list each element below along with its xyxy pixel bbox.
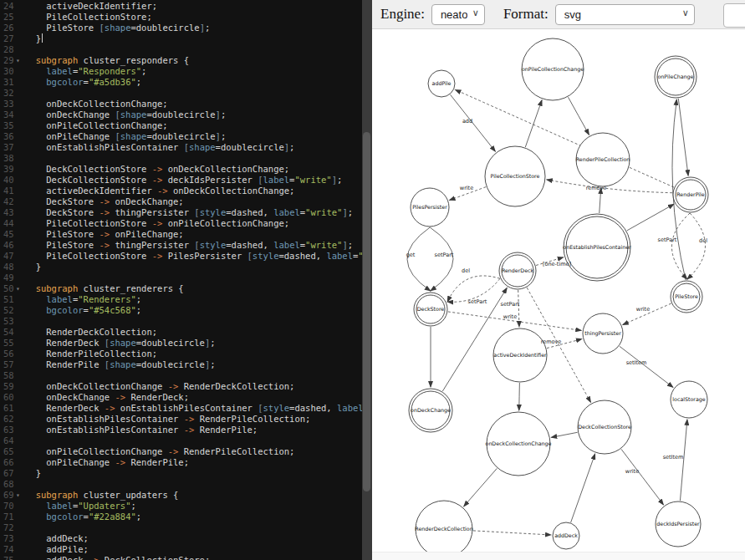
engine-select[interactable]: neato bbox=[431, 4, 485, 25]
code-line[interactable]: 34 onDeckChange [shape=doublecircle]; bbox=[0, 109, 362, 120]
format-select[interactable]: svg bbox=[555, 4, 695, 25]
code-line[interactable]: 65 onPileCollectionChange -> RenderPileC… bbox=[0, 446, 362, 457]
code-line[interactable]: 72 bbox=[0, 522, 362, 533]
code-line[interactable]: 48 } bbox=[0, 262, 362, 272]
code-line[interactable]: 25 PileCollectionStore; bbox=[0, 12, 362, 23]
code-line[interactable]: 49 bbox=[0, 272, 362, 283]
code-line[interactable]: 71 bgcolor="#22a884"; bbox=[0, 512, 362, 522]
line-number: 52 bbox=[0, 305, 25, 316]
code-line[interactable]: 66 onPileChange -> RenderPile; bbox=[0, 457, 362, 468]
graph-edge-labels: addwritesetItemsetItemgetsetPartwritewri… bbox=[406, 118, 708, 475]
code-line[interactable]: 47 PileCollectionStore -> PilesPersister… bbox=[0, 251, 362, 262]
code-line[interactable]: 35 onPileCollectionChange; bbox=[0, 120, 362, 131]
code-line[interactable]: 31 bgcolor="#a5db36"; bbox=[0, 77, 362, 88]
code-text: label="Responders"; bbox=[25, 66, 362, 77]
code-line[interactable]: 28 bbox=[0, 44, 362, 55]
edge-label: setPart bbox=[501, 301, 520, 308]
code-text: RenderPileCollection; bbox=[25, 349, 362, 359]
graph-node-PileStore: PileStore bbox=[671, 281, 702, 313]
code-line[interactable]: 41 activeDeckIdentifier -> onDeckCollect… bbox=[0, 186, 362, 196]
line-number: 45 bbox=[0, 229, 25, 240]
code-text: onPileCollectionChange -> RenderPileColl… bbox=[25, 446, 362, 457]
code-line[interactable]: 40 DeckCollectionStore -> deckIdsPersist… bbox=[0, 175, 362, 186]
code-text bbox=[25, 44, 362, 55]
node-label: addPile bbox=[432, 80, 452, 86]
code-line[interactable]: 64 bbox=[0, 435, 362, 446]
toolbar-partial-button[interactable] bbox=[723, 3, 745, 28]
line-number: 30 bbox=[0, 66, 25, 77]
line-number: 62 bbox=[0, 414, 25, 425]
code-line[interactable]: 39 DeckCollectionStore -> onDeckCollecti… bbox=[0, 164, 362, 175]
code-line[interactable]: 73 addDeck; bbox=[0, 533, 362, 544]
line-number: 46 bbox=[0, 240, 25, 251]
edge-label: setItem bbox=[663, 454, 684, 461]
code-line[interactable]: 63 onEstablishPilesContainer -> RenderPi… bbox=[0, 425, 362, 435]
code-line[interactable]: 61 RenderDeck -> onEstablishPilesContain… bbox=[0, 403, 362, 414]
line-number: 33 bbox=[0, 99, 25, 109]
code-line[interactable]: 44 PileCollectionStore -> onPileCollecti… bbox=[0, 218, 362, 229]
fold-arrow-icon[interactable]: ▾ bbox=[16, 283, 20, 294]
code-editor[interactable]: 24 activeDeckIdentifier;25 PileCollectio… bbox=[0, 0, 362, 560]
code-text: onEstablishPilesContainer -> RenderPile; bbox=[25, 425, 362, 435]
code-line[interactable]: 59 onDeckCollectionChange -> RenderDeckC… bbox=[0, 381, 362, 392]
code-line[interactable]: 50▾ subgraph cluster_renderers { bbox=[0, 283, 362, 294]
graph-node-addDeck: addDeck bbox=[553, 522, 579, 549]
code-line[interactable]: 57 RenderPile [shape=doublecircle]; bbox=[0, 359, 362, 370]
code-line[interactable]: 38 bbox=[0, 153, 362, 164]
code-line[interactable]: 67 } bbox=[0, 468, 362, 479]
edge-label: write bbox=[625, 468, 639, 475]
code-line[interactable]: 42 DeckStore -> onDeckChange; bbox=[0, 196, 362, 207]
node-label: activeDeckIdentifier bbox=[493, 352, 547, 358]
line-number: 74 bbox=[0, 544, 25, 555]
code-line[interactable]: 30 label="Responders"; bbox=[0, 66, 362, 77]
code-line[interactable]: 43 DeckStore -> thingPersister [style=da… bbox=[0, 207, 362, 218]
code-line[interactable]: 32 bbox=[0, 88, 362, 99]
edge-label: del bbox=[699, 237, 707, 244]
code-line[interactable]: 26 PileStore [shape=doublecircle]; bbox=[0, 23, 362, 33]
code-line[interactable]: 37 onEstablishPilesContainer [shape=doub… bbox=[0, 142, 362, 153]
code-line[interactable]: 36 onPileChange [shape=doublecircle]; bbox=[0, 131, 362, 142]
code-line[interactable]: 45 PileStore -> onPileChange; bbox=[0, 229, 362, 240]
graph-edge bbox=[621, 449, 664, 505]
fold-arrow-icon[interactable]: ▾ bbox=[16, 490, 20, 501]
graph-edge bbox=[620, 346, 673, 387]
code-line[interactable]: 58 bbox=[0, 370, 362, 381]
code-text bbox=[25, 88, 362, 99]
graph-edge bbox=[568, 97, 589, 135]
editor-scrollbar-thumb[interactable] bbox=[363, 132, 370, 491]
node-label: PilesPersister bbox=[412, 204, 447, 210]
code-text: activeDeckIdentifier -> onDeckCollection… bbox=[25, 186, 362, 196]
edge-label: write bbox=[503, 313, 517, 320]
code-line[interactable]: 33 onDeckCollectionChange; bbox=[0, 99, 362, 109]
code-line[interactable]: 75 addDeck -> DeckCollectionStore; bbox=[0, 555, 362, 560]
code-text: onEstablishPilesContainer [shape=doublec… bbox=[25, 142, 362, 153]
code-line[interactable]: 24 activeDeckIdentifier; bbox=[0, 1, 362, 12]
code-line[interactable]: 56 RenderPileCollection; bbox=[0, 349, 362, 359]
node-label: onDeckChange bbox=[411, 407, 451, 414]
code-text: RenderPile [shape=doublecircle]; bbox=[25, 359, 362, 370]
code-text: onDeckCollectionChange -> RenderDeckColl… bbox=[25, 381, 362, 392]
graph-canvas: addPileonPileCollectionChangeonPileChang… bbox=[372, 29, 745, 552]
line-number: 72 bbox=[0, 522, 25, 533]
toolbar: Engine: neato ∨ Format: svg ∨ bbox=[372, 0, 745, 29]
code-line[interactable]: 60 onDeckChange -> RenderDeck; bbox=[0, 392, 362, 403]
line-number: 31 bbox=[0, 77, 25, 88]
code-line[interactable]: 46 PileStore -> thingPersister [style=da… bbox=[0, 240, 362, 251]
code-line[interactable]: 55 RenderDeck [shape=doublecircle]; bbox=[0, 338, 362, 349]
code-line[interactable]: 27 } bbox=[0, 33, 362, 44]
code-line[interactable]: 51 label="Renderers"; bbox=[0, 294, 362, 305]
code-line[interactable]: 29▾ subgraph cluster_responders { bbox=[0, 55, 362, 66]
graph-scrollbar-horizontal[interactable] bbox=[372, 552, 745, 560]
graph-edge bbox=[571, 454, 595, 522]
code-line[interactable]: 69▾ subgraph cluster_updaters { bbox=[0, 490, 362, 501]
code-line[interactable]: 62 onEstablishPilesContainer -> RenderPi… bbox=[0, 414, 362, 425]
fold-arrow-icon[interactable]: ▾ bbox=[16, 55, 20, 66]
line-number: 24 bbox=[0, 1, 25, 12]
code-line[interactable]: 70 label="Updaters"; bbox=[0, 501, 362, 512]
editor-scrollbar[interactable] bbox=[362, 0, 372, 560]
code-line[interactable]: 53 bbox=[0, 316, 362, 327]
code-line[interactable]: 54 RenderDeckCollection; bbox=[0, 327, 362, 338]
code-line[interactable]: 74 addPile; bbox=[0, 544, 362, 555]
code-line[interactable]: 52 bgcolor="#54c568"; bbox=[0, 305, 362, 316]
code-line[interactable]: 68 bbox=[0, 479, 362, 490]
